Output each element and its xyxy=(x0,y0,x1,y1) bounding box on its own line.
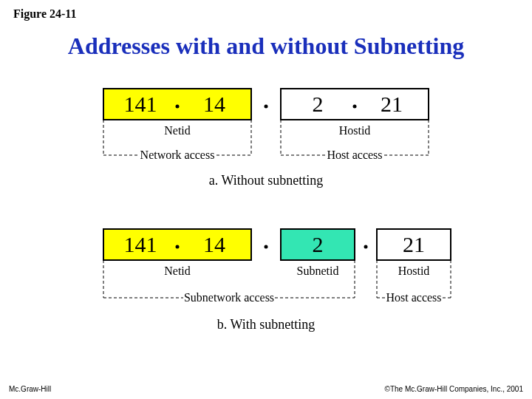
a-hostid-label: Hostid xyxy=(339,124,371,137)
a-netid-box: 141 14 xyxy=(103,89,251,120)
dot-icon xyxy=(176,105,180,109)
page-title: Addresses with and without Subnetting xyxy=(0,33,532,60)
b-netid-box: 141 14 xyxy=(103,229,251,260)
b-netid-label: Netid xyxy=(164,265,191,277)
dot-icon xyxy=(176,245,180,249)
svg-rect-1 xyxy=(281,89,429,120)
footer-right: ©The Mc.Graw-Hill Companies, Inc., 2001 xyxy=(385,385,523,393)
b-host-access-label: Host access xyxy=(386,291,441,304)
b-subnetid-label: Subnetid xyxy=(297,265,339,277)
a-host-access-label: Host access xyxy=(327,149,382,161)
subnetting-diagram: 141 14 2 21 Netid Hostid Network access … xyxy=(59,74,473,369)
dot-icon xyxy=(353,105,357,109)
dot-icon xyxy=(265,105,268,109)
a-octet-1: 141 xyxy=(124,92,157,116)
b-hostid-box: 21 xyxy=(377,229,451,260)
b-hostid-label: Hostid xyxy=(398,265,430,277)
a-network-access-label: Network access xyxy=(140,149,215,161)
b-subnetwork-access-label: Subnetwork access xyxy=(184,291,274,304)
b-octet-3: 2 xyxy=(313,232,324,256)
a-netid-label: Netid xyxy=(164,124,191,137)
a-octet-4: 21 xyxy=(381,92,403,116)
footer-left: Mc.Graw-Hill xyxy=(9,385,51,393)
a-caption: a. Without subnetting xyxy=(209,173,323,188)
b-octet-2: 14 xyxy=(203,232,225,256)
a-octet-2: 14 xyxy=(203,92,225,116)
b-subnetid-box: 2 xyxy=(281,229,355,260)
dot-icon xyxy=(265,245,268,249)
b-caption: b. With subnetting xyxy=(217,317,315,332)
figure-label: Figure 24-11 xyxy=(13,7,76,21)
a-hostid-box: 2 21 xyxy=(281,89,429,120)
dot-icon xyxy=(364,245,368,249)
b-octet-1: 141 xyxy=(124,232,157,256)
a-octet-3: 2 xyxy=(313,92,324,116)
diagram-area: 141 14 2 21 Netid Hostid Network access … xyxy=(0,74,532,369)
b-octet-4: 21 xyxy=(403,232,425,256)
